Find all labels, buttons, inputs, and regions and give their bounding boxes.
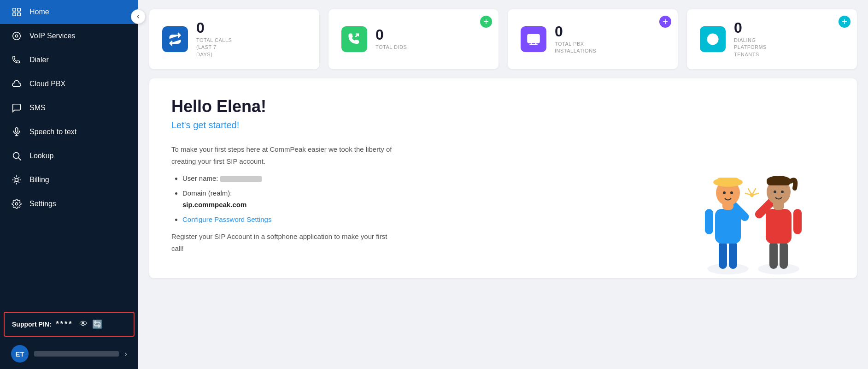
sidebar-item-settings-label: Settings [29, 200, 56, 208]
svg-rect-27 [729, 241, 737, 269]
username-label: User name: [182, 174, 220, 182]
svg-point-47 [774, 190, 776, 193]
dialing-platforms-value: 0 [734, 20, 767, 35]
total-dids-icon [341, 26, 367, 52]
welcome-card: Hello Elena! Let's get started! To make … [149, 78, 857, 278]
sidebar-item-sms-label: SMS [29, 104, 46, 112]
svg-rect-29 [705, 209, 713, 234]
total-calls-info: 0 TOTAL CALLS(LAST 7DAYS) [196, 20, 232, 58]
svg-point-36 [730, 191, 733, 194]
support-pin-value: **** [56, 320, 73, 328]
total-pbx-icon [521, 26, 546, 52]
svg-point-53 [750, 193, 754, 197]
total-calls-icon [162, 26, 188, 52]
svg-rect-39 [780, 241, 788, 269]
voip-icon [11, 30, 22, 42]
username-value-blurred [220, 176, 262, 182]
welcome-subtitle: Let's get started! [171, 120, 835, 131]
svg-rect-2 [13, 13, 16, 16]
sidebar-item-sms[interactable]: SMS [0, 96, 138, 120]
svg-rect-41 [793, 209, 802, 234]
sidebar-collapse-button[interactable] [131, 9, 146, 24]
sidebar-item-cloud-pbx[interactable]: Cloud PBX [0, 72, 138, 96]
svg-rect-15 [529, 36, 531, 38]
domain-item: Domain (realm): sip.commpeak.com [182, 187, 393, 211]
sidebar-item-speech[interactable]: Speech to text [0, 120, 138, 144]
billing-icon [11, 174, 22, 185]
sidebar-item-billing-label: Billing [29, 176, 49, 184]
total-dids-label: TOTAL DIDS [375, 44, 407, 51]
sidebar-item-voip[interactable]: VoIP Services [0, 24, 138, 48]
sidebar-item-home[interactable]: Home [0, 0, 138, 24]
total-pbx-value: 0 [555, 24, 596, 39]
welcome-intro: To make your first steps here at CommPea… [171, 143, 393, 167]
sidebar-item-lookup[interactable]: Lookup [0, 144, 138, 168]
welcome-illustration [673, 149, 829, 278]
svg-rect-26 [719, 241, 727, 269]
add-did-button[interactable]: + [480, 16, 492, 28]
add-pbx-button[interactable]: + [659, 16, 671, 28]
user-row[interactable]: ET › [0, 339, 138, 369]
svg-rect-0 [13, 8, 16, 11]
dialer-icon [11, 54, 22, 65]
sidebar-item-settings[interactable]: Settings [0, 192, 138, 216]
welcome-body: To make your first steps here at CommPea… [171, 143, 393, 254]
username-item: User name: [182, 173, 393, 184]
stat-card-total-dids: + 0 TOTAL DIDS [328, 9, 499, 69]
svg-rect-6 [15, 128, 18, 132]
support-pin-section: Support PIN: **** 👁 🔄 [4, 312, 135, 337]
welcome-greeting: Hello Elena! [171, 97, 835, 116]
cloud-icon [11, 78, 22, 89]
sidebar-item-cloud-pbx-label: Cloud PBX [29, 80, 65, 88]
svg-point-5 [15, 35, 18, 37]
user-avatar: ET [11, 345, 29, 363]
home-icon [11, 6, 22, 18]
stats-row: 0 TOTAL CALLS(LAST 7DAYS) + 0 TOTAL DIDS… [149, 9, 857, 69]
total-calls-value: 0 [196, 20, 232, 35]
speech-icon [11, 126, 22, 137]
domain-value: sip.commpeak.com [182, 201, 246, 208]
configure-password-item: Configure Password Settings [182, 214, 393, 226]
show-pin-icon[interactable]: 👁 [79, 319, 88, 329]
stat-card-total-calls: 0 TOTAL CALLS(LAST 7DAYS) [149, 9, 319, 69]
configure-password-link[interactable]: Configure Password Settings [182, 215, 271, 223]
stat-card-total-pbx: + 0 TOTAL PBXINSTALLATIONS [508, 9, 678, 69]
dialing-platforms-info: 0 DIALINGPLATFORMSTENANTS [734, 20, 767, 58]
total-pbx-label: TOTAL PBXINSTALLATIONS [555, 41, 596, 55]
svg-rect-40 [766, 209, 792, 244]
sidebar-item-dialer[interactable]: Dialer [0, 48, 138, 72]
sidebar-item-home-label: Home [29, 8, 49, 16]
svg-rect-34 [717, 178, 739, 184]
svg-point-25 [707, 263, 749, 274]
svg-rect-46 [767, 178, 791, 185]
sms-icon [11, 102, 22, 113]
dialing-platforms-icon [700, 26, 726, 52]
sidebar-item-billing[interactable]: Billing [0, 168, 138, 192]
sidebar-item-dialer-label: Dialer [29, 56, 49, 64]
sidebar: Home VoIP Services Dialer Cloud PBX [0, 0, 138, 369]
dialing-platforms-label: DIALINGPLATFORMSTENANTS [734, 37, 767, 58]
domain-label: Domain (realm): [182, 189, 232, 197]
svg-point-37 [758, 263, 799, 274]
user-name-blurred [34, 351, 119, 357]
svg-point-11 [15, 178, 18, 181]
total-pbx-info: 0 TOTAL PBXINSTALLATIONS [555, 24, 596, 55]
total-dids-value: 0 [375, 27, 407, 42]
svg-rect-38 [769, 241, 778, 269]
svg-line-10 [18, 158, 21, 160]
support-pin-label: Support PIN: [12, 321, 52, 328]
sidebar-item-speech-label: Speech to text [29, 128, 76, 136]
add-dialing-button[interactable]: + [839, 16, 850, 28]
svg-point-12 [15, 202, 18, 205]
support-pin-actions: 👁 🔄 [79, 319, 102, 329]
stat-card-dialing-platforms: + 0 DIALINGPLATFORMSTENANTS [687, 9, 857, 69]
svg-rect-18 [533, 39, 534, 40]
svg-rect-19 [535, 36, 537, 39]
svg-point-35 [723, 191, 726, 194]
total-calls-label: TOTAL CALLS(LAST 7DAYS) [196, 37, 232, 58]
refresh-pin-icon[interactable]: 🔄 [92, 319, 102, 329]
welcome-sip-details: User name: Domain (realm): sip.commpeak.… [171, 173, 393, 225]
total-dids-info: 0 TOTAL DIDS [375, 27, 407, 51]
svg-rect-16 [529, 39, 531, 40]
svg-rect-3 [18, 13, 20, 16]
